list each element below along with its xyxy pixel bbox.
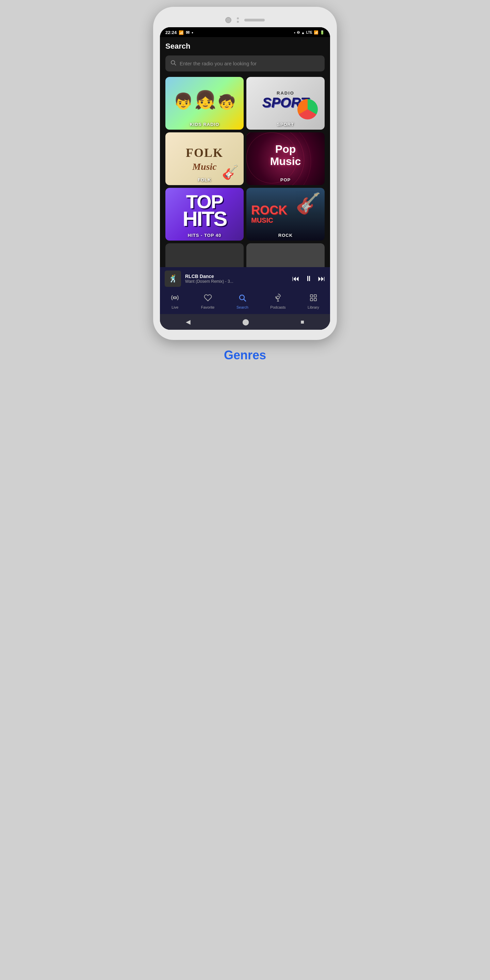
- phone-camera: [225, 17, 231, 23]
- svg-line-4: [244, 299, 246, 301]
- search-bar[interactable]: Enter the radio you are looking for: [165, 56, 325, 72]
- rock-guitar-icon: 🎸: [296, 191, 321, 215]
- svg-rect-7: [314, 295, 317, 297]
- nav-item-favorite[interactable]: Favorite: [201, 294, 215, 309]
- status-dot: •: [192, 30, 193, 35]
- partial-card-right: [247, 243, 325, 267]
- folk-sub-text: Music: [192, 161, 217, 172]
- phone-dots: [237, 18, 239, 23]
- svg-rect-8: [310, 298, 313, 301]
- genre-card-pop[interactable]: Pop Music POP: [247, 132, 325, 185]
- nav-item-library[interactable]: Library: [308, 294, 319, 309]
- rewind-button[interactable]: ⏮: [292, 274, 299, 283]
- nav-item-live[interactable]: Live: [171, 294, 179, 309]
- sport-globe: [298, 99, 318, 119]
- hits-hits-text: HITS: [182, 210, 226, 228]
- search-nav-icon: [238, 294, 247, 304]
- folk-main-text: FOLK: [186, 146, 223, 160]
- battery-icon: 🔋: [320, 30, 325, 35]
- nav-label-live: Live: [172, 305, 178, 309]
- partial-row: [165, 243, 325, 267]
- dot-icon: •: [294, 30, 295, 35]
- nav-label-library: Library: [308, 305, 319, 309]
- pause-button[interactable]: ⏸: [305, 274, 312, 283]
- android-nav-bar: ◀ ⬤ ■: [160, 314, 330, 330]
- library-icon: [309, 294, 318, 304]
- back-button[interactable]: ◀: [186, 318, 191, 326]
- nav-label-favorite: Favorite: [201, 305, 215, 309]
- pop-text-container: Pop Music: [270, 143, 301, 167]
- rock-main-text: ROCK: [251, 204, 287, 216]
- phone-speaker: [244, 19, 265, 21]
- now-playing-subtitle: Want (Dosem Remix) - 3...: [185, 279, 288, 284]
- svg-point-5: [277, 296, 279, 299]
- bottom-nav: Live Favorite Search: [160, 290, 330, 314]
- genre-card-rock[interactable]: ROCK MUSIC 🎸 ROCK: [247, 188, 325, 240]
- genre-label-kids: KIDS RADIO: [165, 122, 243, 127]
- now-playing-title: RLCB Dance: [185, 274, 288, 279]
- nav-item-podcasts[interactable]: Podcasts: [270, 294, 285, 309]
- mail-icon: ✉: [186, 30, 189, 35]
- genre-label-rock: ROCK: [247, 233, 325, 238]
- genre-card-kids[interactable]: 👦 👧 🧒 KIDS RADIO: [165, 77, 243, 130]
- home-button[interactable]: ⬤: [242, 318, 249, 326]
- status-bar: 22:24 📶 ✉ • • ⊖ ▲ LTE 📶 🔋: [160, 27, 330, 37]
- genre-card-hits[interactable]: TOP HITS HITS - TOP 40: [165, 188, 243, 240]
- time-display: 22:24: [165, 30, 177, 35]
- genre-label-folk: FOLK: [165, 177, 243, 182]
- svg-point-2: [174, 297, 176, 299]
- rock-sub-text: MUSIC: [251, 216, 287, 224]
- wifi-icon: ▲: [301, 30, 305, 35]
- phone-screen: 22:24 📶 ✉ • • ⊖ ▲ LTE 📶 🔋 Search: [160, 27, 330, 330]
- pop-main-text: Pop Music: [270, 143, 301, 167]
- genre-label-sport: SPORT: [247, 122, 325, 127]
- genre-card-folk[interactable]: FOLK Music 🎸 FOLK: [165, 132, 243, 185]
- kids-figures: 👦 👧 🧒: [173, 89, 235, 117]
- search-placeholder-text: Enter the radio you are looking for: [180, 60, 256, 66]
- genre-label-pop: POP: [247, 177, 325, 182]
- svg-rect-6: [310, 295, 313, 297]
- signal-icon: 📶: [314, 30, 318, 35]
- nav-label-search: Search: [237, 305, 248, 309]
- page-bottom-label: Genres: [0, 348, 490, 363]
- now-playing-bar[interactable]: 🕺 RLCB Dance Want (Dosem Remix) - 3... ⏮…: [160, 267, 330, 290]
- genre-grid: 👦 👧 🧒 KIDS RADIO RADIO SPORT: [165, 77, 325, 240]
- now-playing-controls: ⏮ ⏸ ⏭: [292, 274, 325, 283]
- recents-button[interactable]: ■: [301, 318, 304, 326]
- page-title: Search: [165, 42, 325, 51]
- status-right: • ⊖ ▲ LTE 📶 🔋: [294, 30, 325, 35]
- app-content: Search Enter the radio you are looking f…: [160, 37, 330, 267]
- phone-top-bar: [160, 17, 330, 23]
- podcast-icon: [274, 294, 282, 304]
- search-icon: [170, 60, 176, 67]
- genre-card-sport[interactable]: RADIO SPORT SPORT: [247, 77, 325, 130]
- nav-item-search[interactable]: Search: [237, 294, 248, 309]
- nav-label-podcasts: Podcasts: [270, 305, 285, 309]
- live-radio-icon: [171, 294, 179, 304]
- partial-card-left: [165, 243, 243, 267]
- now-playing-art: 🕺: [169, 274, 178, 283]
- radio-wave-icon: 📶: [179, 30, 184, 35]
- minus-circle-icon: ⊖: [297, 30, 300, 35]
- now-playing-info: RLCB Dance Want (Dosem Remix) - 3...: [185, 274, 288, 284]
- now-playing-thumbnail: 🕺: [165, 270, 181, 287]
- heart-icon: [204, 294, 212, 304]
- fast-forward-button[interactable]: ⏭: [318, 274, 325, 283]
- svg-rect-9: [314, 298, 317, 301]
- hits-text-block: TOP HITS: [182, 194, 226, 228]
- genre-label-hits: HITS - TOP 40: [165, 233, 243, 238]
- svg-line-1: [174, 64, 176, 65]
- signal-bars-icon: LTE: [306, 30, 312, 34]
- phone-device: 22:24 📶 ✉ • • ⊖ ▲ LTE 📶 🔋 Search: [153, 7, 337, 340]
- status-left: 22:24 📶 ✉ •: [165, 30, 193, 35]
- rock-text-block: ROCK MUSIC: [251, 204, 287, 224]
